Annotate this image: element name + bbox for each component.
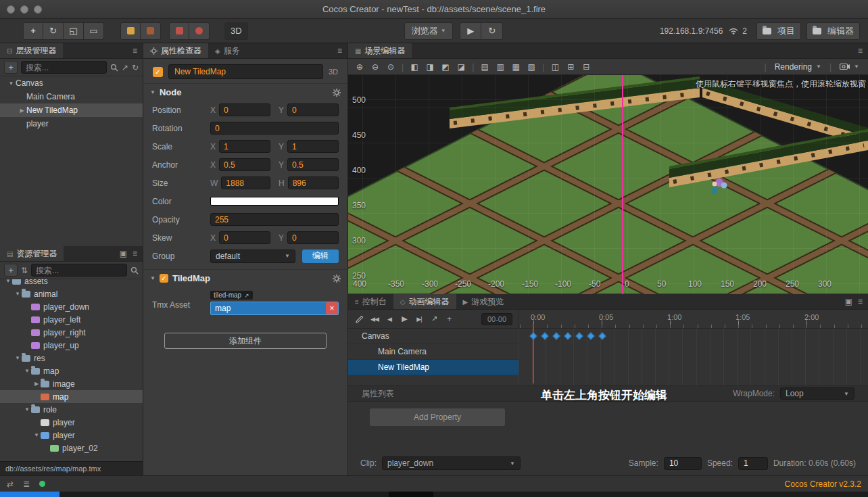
gear-icon[interactable] xyxy=(333,275,341,283)
play-button[interactable]: ▶ xyxy=(460,22,481,40)
expand-arrow-icon[interactable]: ▼ xyxy=(14,291,22,297)
rotate-tool-button[interactable]: ↻ xyxy=(43,22,64,40)
asset-item-assets[interactable]: ▼ assets xyxy=(0,279,143,287)
tab-animation-editor[interactable]: ◇ 动画编辑器 xyxy=(393,294,456,309)
position-y-field[interactable]: 0 xyxy=(287,103,339,116)
skew-y-field[interactable]: 0 xyxy=(287,231,339,244)
asset-item-res[interactable]: ▼ res xyxy=(0,352,143,364)
keyframe[interactable] xyxy=(552,332,560,339)
asset-item-player-prefab[interactable]: ▼ player xyxy=(0,429,143,442)
collapse-arrow-icon[interactable]: ▼ xyxy=(150,89,155,95)
zoom-reset-icon[interactable]: ⊙ xyxy=(384,61,397,73)
add-event-icon[interactable]: + xyxy=(443,313,455,325)
match-height-icon[interactable]: ⊞ xyxy=(564,61,577,73)
keyframe[interactable] xyxy=(587,332,594,339)
hierarchy-menu-icon[interactable]: ≡ xyxy=(127,43,143,58)
asset-item-player-left[interactable]: player_left xyxy=(0,313,143,326)
window-controls[interactable] xyxy=(7,5,42,14)
minimize-window-button[interactable] xyxy=(20,5,28,14)
node-name-field[interactable]: New TiledMap xyxy=(168,64,323,79)
anim-node-new-tiledmap[interactable]: New TiledMap xyxy=(348,360,519,375)
search-icon[interactable] xyxy=(130,266,139,275)
align-bottom-icon[interactable]: ▥ xyxy=(493,61,507,73)
group-edit-button[interactable]: 编辑 xyxy=(302,250,339,263)
tab-game-preview[interactable]: ▶ 游戏预览 xyxy=(456,294,511,309)
keyframe-grid[interactable] xyxy=(519,329,868,385)
asset-item-player-down[interactable]: player_down xyxy=(0,300,143,313)
asset-item-player-02[interactable]: player_02 xyxy=(0,442,143,454)
keyframe[interactable] xyxy=(529,332,537,339)
rendering-dropdown[interactable]: Rendering ▼ xyxy=(771,62,825,72)
scale-y-field[interactable]: 1 xyxy=(287,140,339,153)
3d-mode-button[interactable]: 3D xyxy=(224,22,248,40)
expand-all-icon[interactable]: ↗ xyxy=(122,63,128,72)
local-coord-button[interactable] xyxy=(169,22,189,40)
scale-tool-button[interactable]: ◱ xyxy=(64,22,84,40)
speed-field[interactable]: 1 xyxy=(738,457,768,470)
expand-arrow-icon[interactable]: ▼ xyxy=(4,279,12,284)
size-w-field[interactable]: 1888 xyxy=(221,176,270,189)
position-x-field[interactable]: 0 xyxy=(219,103,270,116)
log-list-icon[interactable]: ≣ xyxy=(23,479,30,489)
editor-button[interactable]: 编辑器 xyxy=(806,22,860,40)
match-width-icon[interactable]: ◫ xyxy=(548,61,562,73)
tab-hierarchy[interactable]: ⊟ 层级管理器 xyxy=(0,43,63,58)
maximize-window-button[interactable] xyxy=(34,5,42,14)
play-icon[interactable]: ▶ xyxy=(398,313,410,325)
assets-search-input[interactable] xyxy=(31,264,127,277)
size-h-field[interactable]: 896 xyxy=(288,176,339,189)
add-property-button[interactable]: Add Property xyxy=(370,408,505,426)
pivot-mode-button[interactable] xyxy=(120,22,141,40)
hierarchy-search-input[interactable] xyxy=(21,61,107,74)
anchor-x-field[interactable]: 0.5 xyxy=(219,158,270,171)
add-node-button[interactable]: + xyxy=(4,61,18,74)
keyframe[interactable] xyxy=(564,332,571,339)
collapse-arrow-icon[interactable]: ▼ xyxy=(150,275,155,281)
open-external-icon[interactable]: ↗ xyxy=(428,313,440,325)
clip-dropdown[interactable]: player_down ▼ xyxy=(382,456,521,470)
expand-arrow-icon[interactable]: ▶ xyxy=(32,381,41,387)
tab-scene-editor[interactable]: ▦ 场景编辑器 xyxy=(348,43,412,58)
add-asset-button[interactable]: + xyxy=(4,264,18,277)
color-swatch[interactable] xyxy=(210,197,339,206)
rect-tool-button[interactable]: ▭ xyxy=(84,22,104,40)
timeline-ruler[interactable]: 0:00 0:05 1:00 1:05 2:00 xyxy=(519,310,868,328)
asset-item-image[interactable]: ▶ image xyxy=(0,377,143,390)
console-toggle-icon[interactable]: ⇄ xyxy=(7,479,14,489)
tab-console[interactable]: ≡ 控制台 xyxy=(348,294,393,309)
remove-asset-button[interactable]: × xyxy=(326,302,338,314)
hierarchy-item-new-tiledmap[interactable]: ▶ New TiledMap xyxy=(0,103,143,117)
preview-target-dropdown[interactable]: 浏览器 ▼ xyxy=(404,22,453,40)
refresh-button[interactable]: ↻ xyxy=(481,22,503,40)
asset-item-player-sheet[interactable]: player xyxy=(0,416,143,429)
align-top-icon[interactable]: ◪ xyxy=(454,61,468,73)
asset-item-player-right[interactable]: player_right xyxy=(0,326,143,339)
align-h-center-icon[interactable]: ◨ xyxy=(423,61,437,73)
global-coord-button[interactable] xyxy=(189,22,210,40)
scene-menu-icon[interactable]: ≡ xyxy=(852,43,868,58)
sort-icon[interactable]: ⇅ xyxy=(21,266,28,275)
tab-properties[interactable]: 属性检查器 xyxy=(143,43,208,58)
sample-field[interactable]: 10 xyxy=(664,457,702,470)
inspector-menu-icon[interactable]: ≡ xyxy=(332,43,347,58)
current-time-field[interactable]: 00-00 xyxy=(481,313,512,325)
rotation-field[interactable]: 0 xyxy=(210,122,339,135)
opacity-field[interactable]: 255 xyxy=(210,213,339,226)
panel-menu-icon[interactable]: ≡ xyxy=(858,297,863,306)
anchor-mode-button[interactable] xyxy=(141,22,161,40)
edit-mode-icon[interactable] xyxy=(354,313,366,325)
zoom-in-icon[interactable]: ⊕ xyxy=(353,61,366,73)
distribute-h-icon[interactable]: ▦ xyxy=(509,61,523,73)
prev-frame-icon[interactable]: ◀ xyxy=(383,313,395,325)
move-tool-button[interactable]: + xyxy=(23,22,43,40)
search-icon[interactable] xyxy=(110,64,118,72)
tmx-asset-field[interactable]: map × xyxy=(210,302,339,315)
add-component-button[interactable]: 添加组件 xyxy=(164,333,327,349)
scale-x-field[interactable]: 1 xyxy=(219,140,270,153)
align-right-icon[interactable]: ◩ xyxy=(439,61,452,73)
expand-arrow-icon[interactable]: ▼ xyxy=(7,80,16,87)
anim-node-canvas[interactable]: Canvas xyxy=(348,329,519,344)
close-window-button[interactable] xyxy=(7,5,15,14)
anchor-y-field[interactable]: 0.5 xyxy=(287,158,339,171)
wrapmode-dropdown[interactable]: Loop ▼ xyxy=(780,387,854,400)
